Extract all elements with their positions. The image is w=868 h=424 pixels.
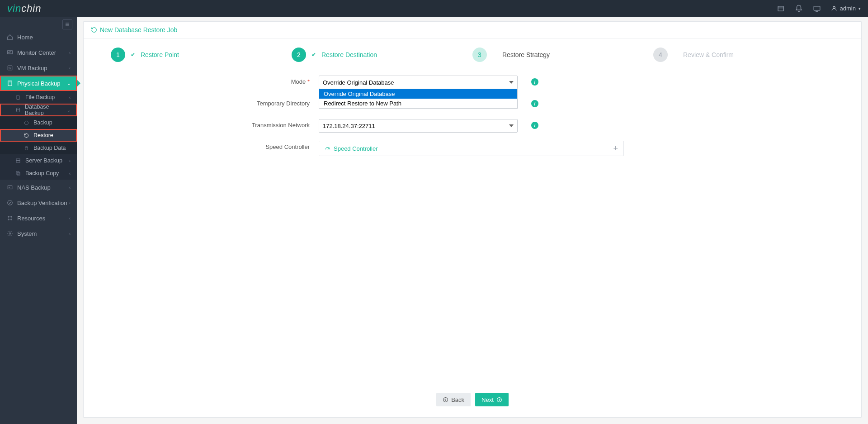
trans-net-select[interactable]: 172.18.24.37:22711 bbox=[319, 119, 518, 133]
step-label: Restore Destination bbox=[321, 51, 377, 58]
physical-backup-icon bbox=[6, 80, 14, 86]
svg-line-28 bbox=[328, 148, 330, 150]
speed-label: Speed Controller bbox=[84, 141, 319, 150]
sidebar-item-vm-backup[interactable]: VM VM Backup ‹ bbox=[0, 60, 77, 76]
back-button[interactable]: Back bbox=[436, 393, 471, 406]
sidebar-item-backup-verification[interactable]: Backup Verification ‹ bbox=[0, 195, 77, 210]
svg-point-26 bbox=[11, 219, 12, 220]
header-right: admin ▾ bbox=[777, 5, 861, 13]
monitor-icon[interactable] bbox=[813, 5, 821, 13]
step-label: Review & Confirm bbox=[683, 51, 734, 58]
file-icon bbox=[14, 95, 22, 100]
mode-control: Override Original Database bbox=[319, 76, 518, 89]
chevron-down-icon: ⌄ bbox=[67, 108, 71, 113]
step-restore-strategy[interactable]: 3 ✔ Restore Strategy bbox=[472, 48, 653, 62]
sidebar-toggle-wrap bbox=[0, 17, 77, 29]
form-row-trans-net: Transmission Network 172.18.24.37:22711 … bbox=[84, 119, 861, 133]
chevron-down-icon: ⌄ bbox=[67, 81, 71, 86]
app-header: vinchin admin ▾ bbox=[0, 0, 868, 17]
logo-chin: chin bbox=[21, 3, 41, 14]
sidebar-toggle-button[interactable] bbox=[62, 19, 72, 29]
user-menu[interactable]: admin ▾ bbox=[831, 5, 861, 12]
step-restore-point[interactable]: 1 ✔ Restore Point bbox=[111, 48, 292, 62]
sidebar-item-label: Physical Backup bbox=[17, 80, 60, 87]
sidebar-item-label: Backup Verification bbox=[17, 200, 67, 206]
sidebar-item-label: Backup Copy bbox=[25, 170, 59, 176]
svg-rect-20 bbox=[8, 186, 12, 189]
sidebar-sub-backup-data[interactable]: Backup Data bbox=[0, 142, 77, 154]
server-icon bbox=[14, 158, 22, 163]
bell-icon[interactable] bbox=[795, 5, 803, 13]
speed-controller-panel: Speed Controller + bbox=[319, 141, 624, 156]
button-label: Next bbox=[481, 396, 494, 403]
plus-icon[interactable]: + bbox=[613, 144, 618, 153]
label-text: Transmission Network bbox=[252, 122, 310, 129]
sidebar-item-home[interactable]: Home bbox=[0, 29, 77, 45]
arrow-left-icon bbox=[443, 397, 448, 403]
chevron-left-icon: ‹ bbox=[69, 171, 71, 176]
main-area: New Database Restore Job 1 ✔ Restore Poi… bbox=[77, 17, 868, 424]
svg-rect-18 bbox=[17, 172, 20, 175]
chevron-left-icon: ‹ bbox=[69, 185, 71, 190]
check-icon: ✔ bbox=[131, 52, 135, 58]
mode-select[interactable]: Override Original Database bbox=[319, 76, 518, 89]
sidebar-sub-backup-copy[interactable]: Backup Copy ‹ bbox=[0, 167, 77, 180]
sidebar-item-system[interactable]: System ‹ bbox=[0, 226, 77, 241]
step-restore-destination[interactable]: 2 ✔ Restore Destination bbox=[292, 48, 472, 62]
sidebar-item-label: VM Backup bbox=[17, 65, 47, 71]
mode-label: Mode * bbox=[84, 76, 319, 85]
sidebar-item-monitor-center[interactable]: Monitor Center ‹ bbox=[0, 45, 77, 60]
tasks-icon[interactable] bbox=[777, 5, 785, 13]
info-icon[interactable]: i bbox=[531, 100, 538, 107]
sidebar-sub-database-backup[interactable]: Database Backup ⌄ bbox=[0, 104, 77, 116]
user-label: admin bbox=[840, 5, 856, 12]
svg-point-30 bbox=[497, 397, 501, 402]
database-icon bbox=[14, 107, 21, 113]
sidebar-item-label: Monitor Center bbox=[17, 49, 56, 56]
logo-vin: vin bbox=[7, 3, 21, 14]
mode-option-redirect[interactable]: Redirect Restore to New Path bbox=[319, 99, 517, 108]
svg-rect-11 bbox=[8, 81, 12, 86]
sidebar-sub-file-backup[interactable]: File Backup ‹ bbox=[0, 91, 77, 104]
home-icon bbox=[6, 34, 14, 40]
chevron-left-icon: ‹ bbox=[69, 216, 71, 221]
svg-text:VM: VM bbox=[9, 67, 12, 69]
step-review-confirm: 4 ✔ Review & Confirm bbox=[653, 48, 834, 62]
sidebar-sub-backup[interactable]: Backup bbox=[0, 116, 77, 129]
speed-controller-link[interactable]: Speed Controller bbox=[325, 145, 378, 152]
gauge-icon bbox=[325, 145, 331, 152]
info-icon[interactable]: i bbox=[531, 78, 538, 86]
label-text: Mode bbox=[291, 78, 306, 85]
chevron-left-icon: ‹ bbox=[69, 50, 71, 55]
form-area: Mode * Override Original Database i Over… bbox=[84, 67, 861, 173]
active-triangle bbox=[77, 80, 80, 87]
next-button[interactable]: Next bbox=[475, 393, 509, 406]
sidebar-item-label: Backup Data bbox=[33, 145, 66, 151]
sidebar-item-resources[interactable]: Resources ‹ bbox=[0, 210, 77, 226]
form-row-mode: Mode * Override Original Database i Over… bbox=[84, 76, 861, 89]
sidebar-sub-restore[interactable]: Restore bbox=[0, 129, 77, 142]
monitor-center-icon bbox=[6, 49, 14, 56]
gear-icon bbox=[6, 230, 14, 237]
svg-point-27 bbox=[9, 233, 11, 234]
sidebar-item-nas-backup[interactable]: NAS Backup ‹ bbox=[0, 180, 77, 195]
step-label: Restore Strategy bbox=[502, 51, 550, 58]
sidebar-item-label: Database Backup bbox=[25, 104, 67, 116]
arrow-right-icon bbox=[496, 397, 502, 403]
sidebar-sub-server-backup[interactable]: Server Backup ‹ bbox=[0, 154, 77, 167]
sidebar-item-label: System bbox=[17, 230, 37, 237]
svg-rect-0 bbox=[778, 6, 783, 11]
info-icon[interactable]: i bbox=[531, 122, 538, 129]
svg-point-24 bbox=[11, 216, 12, 217]
mode-option-override[interactable]: Override Original Database bbox=[319, 89, 517, 99]
chevron-left-icon: ‹ bbox=[69, 95, 71, 100]
svg-point-23 bbox=[8, 216, 9, 217]
sidebar-item-physical-backup[interactable]: Physical Backup ⌄ bbox=[0, 76, 77, 91]
step-number: 2 bbox=[292, 48, 306, 62]
svg-point-29 bbox=[443, 397, 448, 402]
copy-icon bbox=[14, 171, 22, 176]
panel-header: New Database Restore Job bbox=[84, 22, 861, 38]
vm-icon: VM bbox=[6, 65, 14, 71]
trans-net-control: 172.18.24.37:22711 bbox=[319, 119, 518, 133]
sidebar-item-label: NAS Backup bbox=[17, 184, 51, 191]
